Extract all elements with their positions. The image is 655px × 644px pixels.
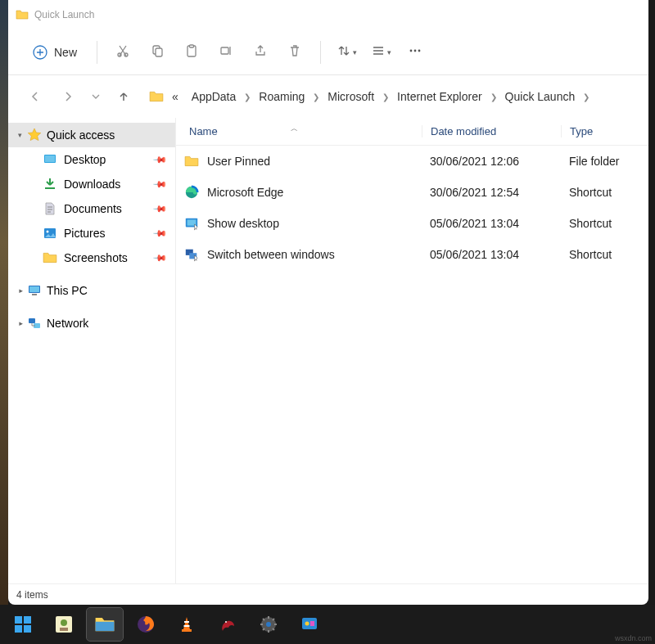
column-date[interactable]: Date modified bbox=[422, 125, 561, 137]
sidebar-item-downloads[interactable]: Downloads 📌 bbox=[8, 172, 175, 196]
svg-rect-17 bbox=[32, 294, 37, 295]
ellipsis-icon bbox=[408, 43, 422, 61]
breadcrumb[interactable]: « AppData❯ Roaming❯ Microsoft❯ Internet … bbox=[144, 83, 634, 110]
taskbar-vlc[interactable] bbox=[169, 608, 205, 641]
separator bbox=[320, 41, 321, 64]
forward-button[interactable] bbox=[56, 84, 80, 109]
new-label: New bbox=[54, 46, 77, 59]
breadcrumb-segment[interactable]: Quick Launch bbox=[500, 87, 580, 106]
delete-button[interactable] bbox=[279, 37, 310, 68]
file-row[interactable]: Microsoft Edge 30/06/2021 12:54 Shortcut bbox=[176, 177, 648, 208]
rows: User Pinned 30/06/2021 12:06 File folder… bbox=[176, 146, 648, 583]
svg-point-30 bbox=[61, 619, 67, 626]
showdesktop-icon bbox=[184, 216, 199, 231]
sidebar-item-desktop[interactable]: Desktop 📌 bbox=[8, 147, 175, 172]
titlebar[interactable]: Quick Launch bbox=[8, 0, 648, 29]
network-icon bbox=[27, 316, 42, 331]
chevron-right-icon: ❯ bbox=[490, 92, 497, 101]
desktop-icon bbox=[43, 152, 57, 167]
rename-icon bbox=[219, 43, 233, 61]
chevron-down-icon: ▾ bbox=[387, 48, 391, 56]
sidebar-item-screenshots[interactable]: Screenshots 📌 bbox=[8, 245, 175, 270]
taskbar-irfanview[interactable] bbox=[210, 608, 246, 641]
file-row[interactable]: Switch between windows 05/06/2021 13:04 … bbox=[176, 239, 648, 270]
pin-icon: 📌 bbox=[151, 250, 167, 265]
body: ▾ Quick access Desktop 📌 Downloads 📌 Doc… bbox=[8, 118, 648, 583]
svg-rect-36 bbox=[182, 629, 192, 632]
pin-icon: 📌 bbox=[151, 200, 167, 216]
share-button[interactable] bbox=[245, 37, 276, 68]
paste-icon bbox=[184, 43, 199, 61]
taskbar bbox=[0, 605, 655, 644]
svg-rect-40 bbox=[302, 618, 317, 629]
column-headers: Name︿ Date modified Type bbox=[176, 118, 648, 146]
svg-rect-28 bbox=[24, 625, 31, 633]
file-name: User Pinned bbox=[207, 155, 270, 168]
sidebar-network[interactable]: ▾ Network bbox=[8, 311, 175, 336]
file-date: 30/06/2021 12:06 bbox=[422, 155, 561, 168]
explorer-window: Quick Launch New ▾ ▾ « AppData❯ Roaming❯ bbox=[8, 0, 648, 605]
breadcrumb-segment[interactable]: AppData bbox=[187, 87, 241, 106]
taskbar-explorer[interactable] bbox=[87, 608, 123, 641]
taskbar-app[interactable] bbox=[46, 608, 82, 641]
svg-point-14 bbox=[47, 231, 49, 233]
file-name: Switch between windows bbox=[207, 248, 335, 261]
command-bar: New ▾ ▾ bbox=[8, 29, 648, 75]
svg-point-10 bbox=[418, 49, 421, 52]
folder-icon bbox=[15, 7, 29, 22]
breadcrumb-segment[interactable]: Internet Explorer bbox=[392, 87, 487, 106]
svg-rect-31 bbox=[60, 628, 68, 631]
sidebar-item-pictures[interactable]: Pictures 📌 bbox=[8, 221, 175, 245]
file-row[interactable]: Show desktop 05/06/2021 13:04 Shortcut bbox=[176, 208, 648, 239]
svg-point-41 bbox=[305, 622, 309, 626]
copy-button[interactable] bbox=[142, 37, 173, 68]
cut-button[interactable] bbox=[107, 37, 138, 68]
svg-point-37 bbox=[225, 621, 227, 623]
sort-ascending-icon: ︿ bbox=[291, 124, 298, 134]
svg-rect-34 bbox=[184, 621, 189, 623]
chevron-right-icon: ❯ bbox=[583, 92, 590, 101]
column-name[interactable]: Name︿ bbox=[176, 125, 422, 137]
desktop-bg bbox=[0, 0, 8, 605]
new-button[interactable]: New bbox=[23, 40, 87, 65]
share-icon bbox=[253, 43, 268, 61]
breadcrumb-overflow[interactable]: « bbox=[167, 87, 183, 106]
taskbar-firefox[interactable] bbox=[128, 608, 164, 641]
file-type: Shortcut bbox=[561, 248, 648, 261]
sidebar-quick-access[interactable]: ▾ Quick access bbox=[8, 123, 175, 147]
download-icon bbox=[43, 177, 57, 191]
svg-rect-42 bbox=[310, 621, 314, 626]
file-row[interactable]: User Pinned 30/06/2021 12:06 File folder bbox=[176, 146, 648, 177]
chevron-right-icon: ▾ bbox=[16, 322, 25, 326]
sort-button[interactable]: ▾ bbox=[331, 37, 362, 68]
taskbar-settings[interactable] bbox=[251, 608, 287, 641]
pin-icon: 📌 bbox=[151, 176, 167, 191]
chevron-right-icon: ▾ bbox=[16, 289, 25, 293]
sidebar-item-documents[interactable]: Documents 📌 bbox=[8, 196, 175, 221]
watermark: wsxdn.com bbox=[615, 634, 652, 642]
breadcrumb-segment[interactable]: Roaming bbox=[254, 87, 309, 106]
sidebar-item-label: Documents bbox=[64, 202, 122, 215]
recent-dropdown[interactable] bbox=[88, 84, 103, 109]
svg-rect-4 bbox=[156, 48, 162, 56]
back-button[interactable] bbox=[23, 84, 47, 109]
rename-button[interactable] bbox=[210, 37, 242, 68]
start-button[interactable] bbox=[5, 608, 41, 641]
svg-rect-32 bbox=[96, 622, 115, 631]
more-button[interactable] bbox=[400, 37, 431, 68]
paste-button[interactable] bbox=[176, 37, 207, 68]
sidebar-item-label: Network bbox=[47, 317, 88, 330]
sidebar-this-pc[interactable]: ▾ This PC bbox=[8, 278, 175, 303]
sidebar-item-label: Pictures bbox=[64, 227, 106, 240]
file-date: 30/06/2021 12:54 bbox=[422, 186, 561, 199]
pin-icon: 📌 bbox=[151, 225, 167, 241]
svg-point-8 bbox=[410, 49, 413, 52]
sidebar-item-label: Downloads bbox=[64, 178, 120, 191]
taskbar-app-2[interactable] bbox=[291, 608, 328, 641]
column-type[interactable]: Type bbox=[561, 125, 648, 137]
edge-icon bbox=[184, 185, 199, 200]
view-button[interactable]: ▾ bbox=[365, 37, 396, 68]
breadcrumb-segment[interactable]: Microsoft bbox=[323, 87, 379, 106]
svg-rect-35 bbox=[184, 625, 190, 627]
up-button[interactable] bbox=[111, 84, 136, 109]
